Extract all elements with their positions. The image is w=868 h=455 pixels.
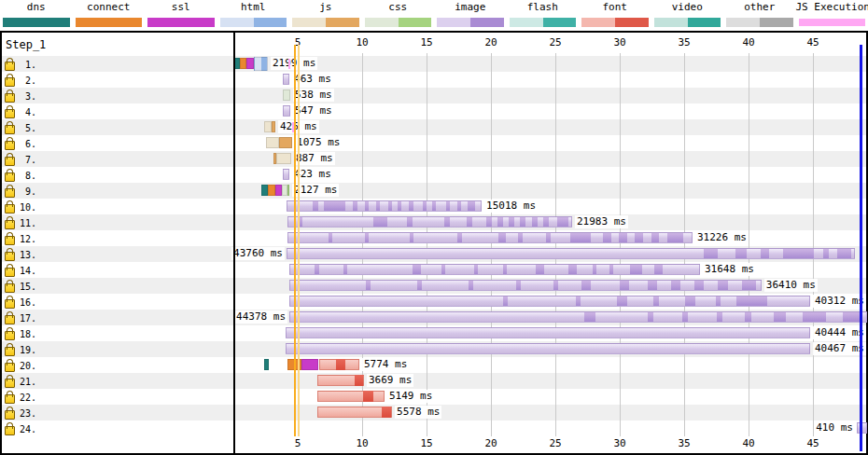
request-bar-segment-img_plain[interactable] — [286, 327, 810, 338]
request-row-3[interactable]: 3. www.jeremywagn...main.345d9bc3.css — [2, 88, 231, 103]
download-chunk — [432, 201, 436, 211]
lock-icon — [5, 347, 15, 356]
request-bar-segment-ssl[interactable] — [275, 185, 282, 196]
request-number: 4. — [17, 104, 36, 119]
axis-tick-label: 30 — [601, 437, 638, 449]
request-bar-segment-img_striped[interactable] — [289, 311, 867, 323]
request-bar-segment-js_l[interactable] — [264, 121, 272, 132]
download-chunk — [581, 281, 591, 290]
request-bar-segment-img_plain[interactable] — [283, 105, 290, 117]
lock-icon — [5, 410, 15, 420]
download-chunk — [516, 281, 521, 290]
request-row-20[interactable]: 20. fonts.gstatic....SwiPGQ3q5d0.woff2 — [2, 357, 231, 373]
lock-icon — [5, 109, 15, 118]
request-bar-segment-js_l[interactable] — [266, 137, 279, 148]
request-bar-segment-ssl[interactable] — [246, 58, 254, 69]
request-bar-segment-font_bar[interactable] — [317, 391, 385, 402]
request-row-9[interactable]: 9. fonts.googleapis.com - css — [2, 183, 231, 199]
request-row-18[interactable]: 18. www.jeremywagner.me - next.svg — [2, 325, 231, 341]
request-number: 2. — [17, 73, 36, 88]
request-row-22[interactable]: 22. fonts.gstatic....jx4wXiWtFCc.woff2 — [2, 389, 231, 405]
request-bar-segment-font_bar[interactable] — [317, 407, 392, 418]
request-bar-segment-ssl[interactable] — [301, 359, 318, 370]
download-chunk — [469, 281, 473, 290]
request-number: 10. — [17, 200, 36, 214]
request-row-13[interactable]: 13. www.jeremywagn...e - slider-06.jpg — [2, 246, 231, 262]
request-bar-segment-img_plain[interactable] — [286, 343, 810, 354]
gridline — [555, 53, 556, 436]
axis-tick-label: 40 — [730, 437, 767, 449]
legend-label: html — [217, 1, 290, 14]
request-bar-segment-img_striped[interactable] — [287, 232, 693, 243]
download-chunk — [343, 265, 347, 274]
legend-item-js-execution: JS Execution — [796, 0, 868, 31]
request-bar-segment-font_bar[interactable] — [319, 359, 359, 370]
axis-tick-label: 35 — [665, 36, 703, 48]
request-bar-segment-js_l[interactable] — [276, 153, 291, 164]
request-time-label: 43760 ms — [231, 247, 285, 260]
request-bar-segment-img_striped[interactable] — [289, 296, 810, 307]
request-row-2[interactable]: 2. www.jeremywagner.me - logo.svg — [2, 72, 231, 88]
request-bar-segment-html[interactable] — [254, 57, 268, 71]
request-time-label: 1075 ms — [295, 136, 342, 149]
legend-swatch — [365, 18, 432, 27]
request-bar-segment-connect[interactable] — [240, 58, 246, 69]
download-chunk — [716, 296, 721, 306]
request-row-14[interactable]: 14. www.jeremywagn...e - slider-04.jpg — [2, 262, 231, 278]
request-time-label: 36410 ms — [764, 279, 818, 292]
request-time-label: 887 ms — [294, 152, 335, 165]
request-row-10[interactable]: 10. www.jeremywagn...e - slider-01.jpg — [2, 199, 231, 214]
download-chunk — [486, 217, 492, 227]
request-bar-segment-img_striped[interactable] — [289, 280, 762, 291]
request-bar-segment-connect[interactable] — [268, 185, 275, 196]
request-bar-segment-css_l[interactable] — [283, 90, 290, 101]
request-row-15[interactable]: 15. www.jeremywagn...e - slider-05.jpg — [2, 278, 231, 294]
request-bar-segment-img_striped[interactable] — [287, 216, 572, 228]
request-row-16[interactable]: 16. www.jeremywagn...e - slider-07.jpg — [2, 294, 231, 310]
request-row-1[interactable]: 1. www.jeremywagner.me - our-process — [2, 56, 231, 72]
legend-swatch — [437, 18, 504, 27]
download-chunk — [365, 201, 369, 211]
request-bar-segment-css_d[interactable] — [287, 185, 289, 196]
request-row-7[interactable]: 7. www.jeremywagn...e - scooch.min.js — [2, 151, 231, 167]
request-row-6[interactable]: 6. www.jeremywagn...e - jquery.min.js — [2, 135, 231, 151]
legend-item-other: other — [723, 0, 796, 31]
request-number: 13. — [17, 247, 36, 262]
request-row-8[interactable]: 8. www.jeremywagn... icon-twitter.svg — [2, 167, 231, 183]
axis-tick-label: 20 — [472, 437, 510, 449]
download-chunk — [417, 281, 422, 290]
request-row-21[interactable]: 21. fonts.gstatic....SwiPGQ3q5d0.woff2 — [2, 373, 231, 389]
download-chunk — [651, 233, 660, 242]
request-bar-segment-dns[interactable] — [264, 359, 269, 370]
request-row-11[interactable]: 11. www.jeremywagn...e - slider-02.jpg — [2, 214, 231, 230]
download-chunk — [568, 265, 577, 274]
request-row-23[interactable]: 23. fonts.gstatic....SwiPGQ3q5d0.woff2 — [2, 405, 231, 421]
gridline — [684, 53, 685, 436]
request-row-12[interactable]: 12. www.jeremywagn...e - slider-03.jpg — [2, 230, 231, 246]
request-row-24[interactable]: 24. www.jeremywagner.me - favicon.ico — [2, 421, 231, 436]
request-bar-segment-img_striped[interactable] — [287, 200, 482, 212]
request-bar-segment-img_striped[interactable] — [289, 264, 700, 275]
download-chunk — [300, 217, 302, 227]
request-bar-segment-img_striped[interactable] — [287, 248, 855, 259]
request-row-17[interactable]: 17. www.jeremywagn...e - slider-08.jpg — [2, 310, 231, 325]
lock-icon — [5, 268, 15, 277]
download-chunk — [457, 233, 461, 242]
download-chunk — [630, 265, 642, 274]
request-row-5[interactable]: 5. www.jeremywagn...ail-decode.min.js — [2, 119, 231, 135]
request-bar-segment-img_plain[interactable] — [283, 74, 289, 85]
request-bar-segment-font_bar[interactable] — [317, 375, 364, 386]
gridline — [813, 53, 814, 436]
download-chunk — [353, 201, 357, 211]
download-chunk — [774, 312, 785, 322]
download-chunk — [409, 201, 413, 211]
request-bar-segment-js_d[interactable] — [279, 137, 292, 148]
request-bar-segment-dns[interactable] — [261, 185, 268, 196]
request-bar-segment-js_d[interactable] — [272, 121, 275, 132]
download-chunk — [398, 201, 401, 211]
request-bar-segment-img_plain[interactable] — [283, 169, 289, 180]
legend-swatch — [147, 18, 215, 27]
request-row-4[interactable]: 4. www.jeremywagn...icon-facebook.svg — [2, 103, 231, 119]
legend-label: image — [434, 1, 507, 14]
request-row-19[interactable]: 19. www.jeremywagner.me - prev.svg — [2, 341, 231, 357]
